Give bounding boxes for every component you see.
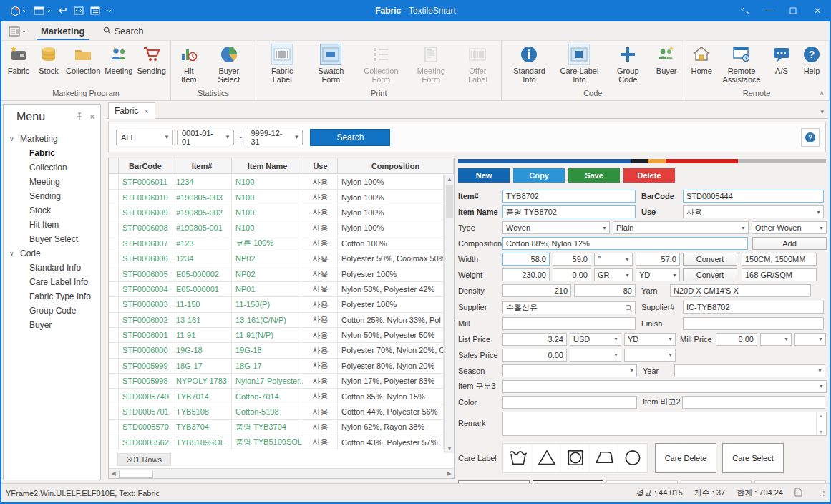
width1-field[interactable] xyxy=(502,253,550,266)
hscroll-thumb[interactable] xyxy=(119,470,153,478)
density1-field[interactable] xyxy=(502,284,571,297)
table-row[interactable]: STF0006007#123코튼 100%사용Cotton 100% xyxy=(109,236,444,251)
yarn-field[interactable] xyxy=(670,284,811,297)
bleach-care-icon[interactable] xyxy=(533,445,560,472)
qat-dropdown-icon[interactable] xyxy=(107,9,112,13)
copy-button[interactable]: Copy xyxy=(513,168,565,183)
ribbon-button-a-s[interactable]: A/S xyxy=(767,42,797,77)
table-row[interactable]: STF0006010#190805-003N100사용Nylon 100% xyxy=(109,190,444,205)
width3-field[interactable] xyxy=(636,253,680,266)
menu-item-collection[interactable]: Collection xyxy=(4,160,100,175)
column-header-item[interactable]: Item# xyxy=(172,158,232,173)
iron-care-icon[interactable] xyxy=(590,445,618,472)
weight-unit-select[interactable]: GR▼ xyxy=(594,268,633,281)
grid-vertical-scrollbar[interactable]: ▲ ▼ xyxy=(444,175,454,453)
ribbon-button-help[interactable]: ?Help xyxy=(797,42,827,77)
sales-price-field[interactable] xyxy=(502,349,567,362)
ribbon-button-hit-item[interactable]: Hit Item xyxy=(173,42,205,85)
menu-item-group-code[interactable]: Group Code xyxy=(4,304,100,318)
mill-price-field[interactable] xyxy=(716,333,757,346)
supplier-lookup-icon[interactable] xyxy=(625,302,633,315)
collapse-ribbon-icon[interactable]: ˄ xyxy=(820,89,824,97)
use-select[interactable]: 사용▼ xyxy=(683,205,824,218)
menu-item-buyer-select[interactable]: Buyer Select xyxy=(4,232,100,246)
wash-care-icon[interactable] xyxy=(504,445,532,472)
search-button[interactable]: Search xyxy=(310,129,390,146)
composition-field[interactable] xyxy=(502,237,748,250)
remark-field[interactable]: ▲▼ xyxy=(502,412,827,436)
ribbon-button-meeting[interactable]: Meeting xyxy=(102,42,135,77)
menu-item-standard-info[interactable]: Standard Info xyxy=(4,261,100,275)
type1-select[interactable]: Woven▼ xyxy=(502,221,610,234)
ribbon-button-home[interactable]: Home xyxy=(686,42,716,77)
sales-unit-select[interactable]: ▼ xyxy=(624,349,676,362)
supplier-no-field[interactable] xyxy=(683,301,824,314)
new-button[interactable]: New xyxy=(458,168,510,183)
care-select-button[interactable]: Care Select xyxy=(722,443,784,473)
close-panel-icon[interactable]: × xyxy=(90,112,94,121)
menu-item-hit-item[interactable]: Hit Item xyxy=(4,218,100,232)
ribbon-button-remote-assistance[interactable]: Remote Assistance xyxy=(716,42,767,85)
table-row[interactable]: STF0006005E05-000002NP02사용Polyester 100% xyxy=(109,266,444,281)
list-unit-select[interactable]: YD▼ xyxy=(624,333,676,346)
column-header-composition[interactable]: Composition xyxy=(338,158,454,173)
close-tab-icon[interactable]: × xyxy=(144,107,148,115)
resize-grip[interactable] xyxy=(818,490,825,497)
menu-item-code[interactable]: ∨Code xyxy=(4,246,100,261)
pin-icon[interactable] xyxy=(76,110,83,123)
maximize-icon[interactable] xyxy=(781,0,805,21)
column-header-use[interactable]: Use xyxy=(303,158,338,173)
column-header-item-name[interactable]: Item Name xyxy=(232,158,303,173)
ribbon-button-stock[interactable]: Stock xyxy=(34,42,64,77)
mill-field[interactable] xyxy=(502,317,636,330)
grid-view-icon[interactable] xyxy=(90,6,100,15)
swap-window-icon[interactable] xyxy=(74,6,84,15)
table-row[interactable]: STD0005701TYB5108Cotton-5108사용Cotton 44%… xyxy=(109,404,444,420)
type3-select[interactable]: Other Woven▼ xyxy=(752,221,827,234)
table-row[interactable]: STF0006009#190805-002N100사용Nylon 100% xyxy=(109,205,444,220)
menu-item-marketing[interactable]: ∨Marketing xyxy=(4,132,100,146)
weight2-field[interactable] xyxy=(553,268,591,281)
menu-item-buyer[interactable]: Buyer xyxy=(4,318,100,332)
scroll-right-icon[interactable]: ▶ xyxy=(444,469,454,478)
restore-down-icon[interactable] xyxy=(732,0,757,21)
ribbon-button-sending[interactable]: Sending xyxy=(135,42,167,77)
menu-item-fabric[interactable]: Fabric xyxy=(4,146,100,160)
tab-search[interactable]: Search xyxy=(99,24,147,40)
ribbon-button-collection[interactable]: Collection xyxy=(64,42,102,77)
date-from-select[interactable]: 0001-01-01▼ xyxy=(177,130,234,145)
dry-clean-care-icon[interactable] xyxy=(618,445,646,472)
menu-item-sending[interactable]: Sending xyxy=(4,189,100,203)
item-no-field[interactable] xyxy=(502,190,636,203)
mill-unit-select[interactable]: ▼ xyxy=(794,333,826,346)
sales-currency-select[interactable]: ▼ xyxy=(570,349,621,362)
table-row[interactable]: STD0005562TYB5109SOL품명 TYB5109SOL사용Cotto… xyxy=(109,435,444,450)
minimize-icon[interactable]: — xyxy=(757,0,781,21)
ribbon-button-standard-info[interactable]: Standard Info xyxy=(504,42,554,85)
season-select[interactable]: ▼ xyxy=(502,364,637,377)
menu-item-care-label-info[interactable]: Care Label Info xyxy=(4,275,100,289)
filter-select[interactable]: ALL▼ xyxy=(116,130,173,145)
table-row[interactable]: STD0005570TYB3704품명 TYB3704사용Nylon 62%, … xyxy=(109,420,444,435)
year-select[interactable]: ▼ xyxy=(674,364,825,377)
ribbon-button-care-label-info[interactable]: Care Label Info xyxy=(554,42,604,85)
table-row[interactable]: STF000600311-15011-150(P)사용Polyester 100… xyxy=(109,297,444,312)
item-gubun3-select[interactable]: ▼ xyxy=(502,380,827,393)
column-header-barcode[interactable]: BarCode xyxy=(119,158,172,173)
close-icon[interactable]: ✕ xyxy=(805,0,830,21)
ribbon-button-swatch-form[interactable]: Swatch Form xyxy=(306,42,356,85)
ribbon-button-fabric[interactable]: Fabric xyxy=(4,42,34,77)
weight-convert-button[interactable]: Convert xyxy=(683,268,737,281)
app-logo-icon[interactable] xyxy=(10,6,27,16)
ribbon-button-buyer-select[interactable]: Buyer Select xyxy=(205,42,253,85)
item-bigo2-field[interactable] xyxy=(682,396,825,409)
document-tab-fabric[interactable]: Fabric × xyxy=(108,102,155,119)
tumble-dry-care-icon[interactable] xyxy=(561,445,589,472)
list-currency-select[interactable]: USD▼ xyxy=(570,333,621,346)
width-unit-select[interactable]: "▼ xyxy=(594,253,633,266)
table-row[interactable]: STD0005740TYB7014Cotton-7014사용Cotton 85%… xyxy=(109,389,444,404)
table-row[interactable]: STF0006008#190805-001N100사용Nylon 100% xyxy=(109,220,444,236)
finish-field[interactable] xyxy=(683,317,824,330)
care-delete-button[interactable]: Care Delete xyxy=(655,443,716,473)
ribbon-button-fabric-label[interactable]: Fabric Label xyxy=(258,42,306,85)
